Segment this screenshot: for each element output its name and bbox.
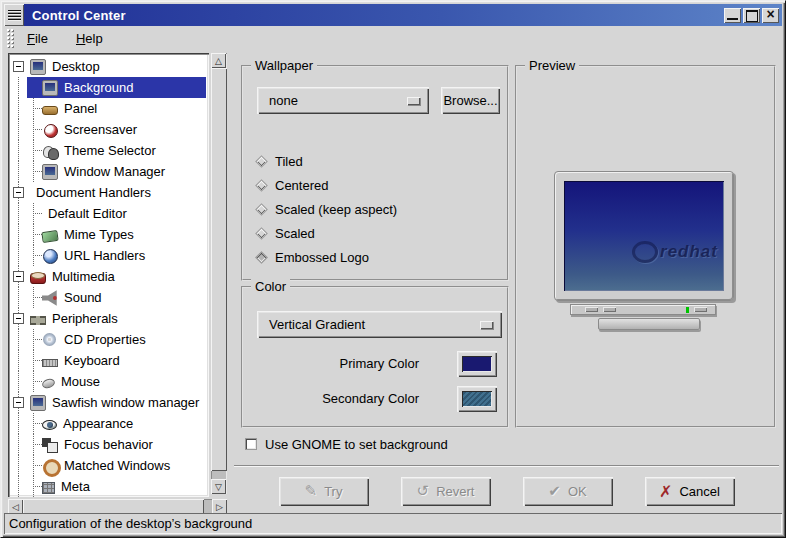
sound-icon xyxy=(42,290,58,306)
secondary-color-swatch[interactable] xyxy=(457,386,497,412)
tree-item-mouse[interactable]: Mouse xyxy=(11,371,206,392)
tree-horizontal-scrollbar[interactable]: ◁ ▷ xyxy=(8,499,227,514)
tree-item-theme-selector[interactable]: Theme Selector xyxy=(11,140,206,161)
wallpaper-mode-list: TiledCenteredScaled (keep aspect)ScaledE… xyxy=(255,149,397,269)
tree-item-label: Mouse xyxy=(61,374,100,389)
browse-button[interactable]: Browse... xyxy=(441,87,500,114)
tree-vertical-scrollbar[interactable]: △ ▽ xyxy=(211,53,227,494)
statusbar-text: Configuration of the desktop’s backgroun… xyxy=(9,516,252,531)
preview-frame-label: Preview xyxy=(525,58,579,73)
tree-item-label: Appearance xyxy=(63,416,133,431)
gradient-type-dropdown[interactable]: Vertical Gradient xyxy=(257,311,502,338)
tree-item-meta[interactable]: Meta xyxy=(11,476,206,497)
scroll-up-icon[interactable]: △ xyxy=(211,53,226,68)
tree-item-background[interactable]: Background xyxy=(11,77,206,98)
tree-item-panel[interactable]: Panel xyxy=(11,98,206,119)
tree-item-label: Keyboard xyxy=(64,353,120,368)
peripherals-icon xyxy=(30,316,46,325)
tree-item-label: URL Handlers xyxy=(64,248,145,263)
tree-expander-icon[interactable] xyxy=(13,397,24,408)
tree-item-matched-windows[interactable]: Matched Windows xyxy=(11,455,206,476)
keyboard-icon xyxy=(42,359,58,367)
tree-item-label: CD Properties xyxy=(64,332,146,347)
radio-button-icon[interactable] xyxy=(255,227,268,240)
option-menu-handle-icon xyxy=(480,321,493,329)
secondary-color-row: Secondary Color xyxy=(243,386,507,412)
mouse-icon xyxy=(41,377,56,390)
tree-expander-icon[interactable] xyxy=(13,271,24,282)
try-button[interactable]: ✎Try xyxy=(279,477,369,506)
tree-expander-icon[interactable] xyxy=(13,187,24,198)
tree-expander-icon[interactable] xyxy=(13,313,24,324)
scroll-right-icon[interactable]: ▷ xyxy=(212,499,227,514)
color-frame: Color Vertical Gradient Primary Color Se… xyxy=(241,286,509,428)
window-menu-icon xyxy=(8,10,21,21)
ok-icon: ✔ xyxy=(548,484,561,499)
option-menu-handle-icon xyxy=(407,97,420,105)
revert-button[interactable]: ↺Revert xyxy=(401,477,491,506)
scroll-left-icon[interactable]: ◁ xyxy=(8,499,23,514)
window-menu-button[interactable] xyxy=(4,4,24,26)
secondary-color-label: Secondary Color xyxy=(322,391,419,406)
wallpaper-mode-embossed-logo[interactable]: Embossed Logo xyxy=(255,245,397,269)
use-gnome-checkbox-row[interactable]: Use GNOME to set background xyxy=(245,435,448,453)
tree-item-appearance[interactable]: Appearance xyxy=(11,413,206,434)
menu-file[interactable]: File xyxy=(19,28,56,49)
tree-item-keyboard[interactable]: Keyboard xyxy=(11,350,206,371)
tree-item-screensaver[interactable]: Screensaver xyxy=(11,119,206,140)
tree-item-multimedia[interactable]: Multimedia xyxy=(11,266,206,287)
tree-item-label: Document Handlers xyxy=(36,185,151,200)
tree-item-document-handlers[interactable]: Document Handlers xyxy=(11,182,206,203)
statusbar: Configuration of the desktop’s backgroun… xyxy=(4,513,782,534)
radio-button-icon[interactable] xyxy=(255,179,268,192)
tree-item-focus-behavior[interactable]: Focus behavior xyxy=(11,434,206,455)
tree-item-mime-types[interactable]: Mime Types xyxy=(11,224,206,245)
maximize-icon[interactable] xyxy=(743,8,760,23)
wallpaper-dropdown-value: none xyxy=(269,93,298,108)
wallpaper-mode-scaled-keep-aspect[interactable]: Scaled (keep aspect) xyxy=(255,197,397,221)
tree-item-url-handlers[interactable]: URL Handlers xyxy=(11,245,206,266)
minimize-icon[interactable] xyxy=(724,8,741,23)
primary-color-swatch[interactable] xyxy=(457,351,497,377)
cancel-button[interactable]: ✗Cancel xyxy=(645,477,735,506)
wallpaper-mode-scaled[interactable]: Scaled xyxy=(255,221,397,245)
tree-item-desktop[interactable]: Desktop xyxy=(11,56,206,77)
tree-item-label: Focus behavior xyxy=(64,437,153,452)
tree-item-label: Theme Selector xyxy=(64,143,156,158)
close-icon[interactable] xyxy=(762,8,779,23)
embossed-logo: redhat xyxy=(632,241,718,263)
vertical-scroll-thumb[interactable] xyxy=(211,68,227,471)
radio-button-icon[interactable] xyxy=(255,203,268,216)
tree-item-sawfish-window-manager[interactable]: Sawfish window manager xyxy=(11,392,206,413)
window-title: Control Center xyxy=(32,8,126,23)
tree-item-label: Peripherals xyxy=(52,311,118,326)
try-icon: ✎ xyxy=(305,484,318,499)
menubar-grip[interactable] xyxy=(6,28,15,49)
wallpaper-mode-tiled[interactable]: Tiled xyxy=(255,149,397,173)
radio-button-icon[interactable] xyxy=(255,155,268,168)
gradient-type-value: Vertical Gradient xyxy=(269,317,365,332)
desktop-icon xyxy=(30,59,46,75)
titlebar[interactable]: Control Center xyxy=(4,4,782,26)
control-center-window: Control Center File Help DesktopBackgrou… xyxy=(0,0,786,538)
wallpaper-mode-centered[interactable]: Centered xyxy=(255,173,397,197)
wallpaper-dropdown[interactable]: none xyxy=(257,87,429,114)
scroll-down-icon[interactable]: ▽ xyxy=(211,479,226,494)
tree-item-sound[interactable]: Sound xyxy=(11,287,206,308)
monitor-power-led-icon xyxy=(686,307,689,313)
tree-item-cd-properties[interactable]: CD Properties xyxy=(11,329,206,350)
use-gnome-checkbox[interactable] xyxy=(245,438,257,450)
window-controls xyxy=(724,8,782,23)
tree-item-window-manager[interactable]: Window Manager xyxy=(11,161,206,182)
ok-button[interactable]: ✔OK xyxy=(523,477,613,506)
tree-item-default-editor[interactable]: Default Editor xyxy=(11,203,206,224)
menu-help[interactable]: Help xyxy=(68,28,111,49)
cd-properties-icon xyxy=(42,332,58,348)
browse-button-label: Browse... xyxy=(443,93,497,108)
monitor-button-icon xyxy=(603,307,616,312)
window-manager-icon xyxy=(42,164,58,180)
horizontal-scroll-thumb[interactable] xyxy=(23,499,204,514)
radio-button-icon[interactable] xyxy=(255,251,268,264)
tree-item-peripherals[interactable]: Peripherals xyxy=(11,308,206,329)
tree-expander-icon[interactable] xyxy=(13,61,24,72)
